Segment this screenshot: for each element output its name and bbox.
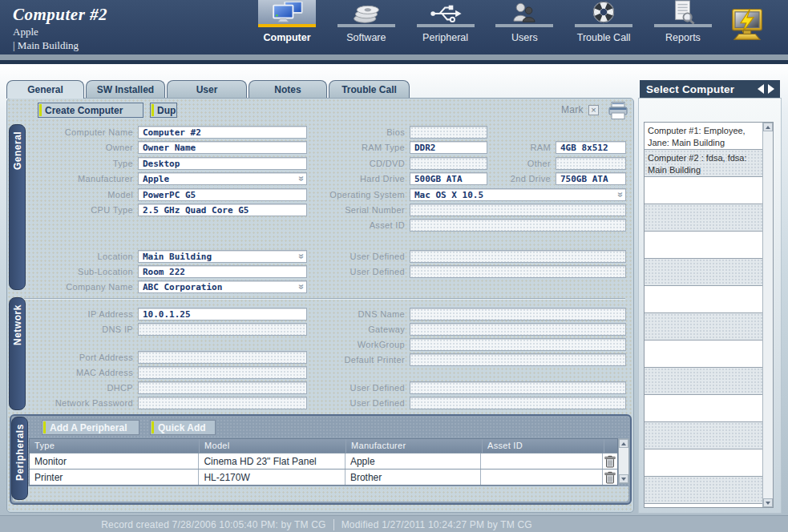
2nd-drive-field[interactable]: 750GB ATA [556,172,626,185]
ip-address-field[interactable]: 10.0.1.25 [138,308,307,320]
default-printer-field[interactable] [410,353,626,366]
print-icon[interactable] [608,101,628,120]
type-field[interactable]: Desktop [138,157,307,170]
reports-icon [654,0,712,24]
section-tab-network[interactable]: Network [9,297,26,410]
cpu-type-field[interactable]: 2.5 GHz Quad Core G5 [138,204,307,216]
computer-list-empty-row [645,449,762,477]
dns-name-field[interactable] [410,308,626,320]
nav-trouble-call-label: Trouble Call [577,32,631,43]
computer-list-item[interactable]: Computer #1: Employee, Jane: Main Buildi… [645,123,762,150]
computer-list-empty-row [645,286,762,313]
model-field[interactable]: PowerPC G5 [138,188,307,201]
nav-trouble-call[interactable]: Trouble Call [575,0,632,53]
nav-underline [337,24,395,27]
record-created-text: Record created 7/28/2006 10:05:40 PM: by… [101,519,325,530]
software-cd-stack-icon [337,0,395,24]
add-peripheral-label: Add A Peripheral [50,422,127,433]
create-computer-button[interactable]: Create Computer [38,103,143,118]
nav-users[interactable]: Users [495,0,553,53]
peripheral-row[interactable]: MonitorCinema HD 23" Flat PanelApple [30,453,617,469]
operating-system-field[interactable]: Mac OS X 10.5« [410,188,626,201]
quick-add-label: Quick Add [158,422,206,433]
record-location: | Main Building [13,39,107,52]
sub-location-value: Room 222 [143,267,303,277]
hard-drive-label: Hard Drive [289,174,405,183]
peripherals-table-scrollbar[interactable] [618,438,629,484]
user-defined-field[interactable] [410,250,626,263]
tab-trouble-call[interactable]: Trouble Call [329,80,410,98]
cell-model: HL-2170W [199,470,346,485]
ram-field[interactable]: 4GB 8x512 [556,141,626,154]
computer-name-field[interactable]: Computer #2 [138,126,307,139]
add-peripheral-button[interactable]: Add A Peripheral [42,420,139,435]
user-defined-field[interactable] [410,265,626,278]
owner-field[interactable]: Owner Name [138,141,307,154]
nav-computer[interactable]: Computer [258,0,316,53]
location-field[interactable]: Main Building« [138,250,307,263]
tab-notes[interactable]: Notes [249,80,327,98]
nav-software[interactable]: Software [337,0,395,53]
delete-peripheral-button[interactable] [603,470,617,485]
serial-number-field[interactable] [410,204,626,216]
dns-ip-field[interactable] [138,323,307,336]
other-field[interactable] [556,157,626,170]
sub-location-field[interactable]: Room 222 [138,265,307,278]
company-name-field[interactable]: ABC Corporation« [138,280,307,293]
scroll-up-icon[interactable] [619,439,628,448]
port-address-field[interactable] [138,351,307,364]
2nd-drive-label: 2nd Drive [435,174,551,183]
tab-general[interactable]: General [6,80,84,99]
bios-field[interactable] [410,126,487,139]
section-tab-peripherals[interactable]: Peripherals [11,417,28,500]
manufacturer-field[interactable]: Apple« [138,172,307,185]
port-address-label: Port Address [18,353,133,362]
status-divider [333,519,334,530]
mark-checkbox-x-icon[interactable]: × [588,105,599,115]
computer-list-scrollbar[interactable] [762,123,773,507]
peripheral-row[interactable]: PrinterHL-2170WBrother [30,469,617,485]
scroll-down-icon[interactable] [763,498,773,507]
workgroup-field[interactable] [410,338,626,351]
asset-id-field[interactable] [410,219,626,232]
dup-button[interactable]: Dup [150,103,177,118]
tab-sw-installed[interactable]: SW Installed [86,80,165,98]
network-password-field[interactable] [138,397,307,409]
nav-underline [417,24,475,27]
nav-software-label: Software [346,32,386,43]
user-defined-field[interactable] [410,397,626,409]
nav-reports[interactable]: Reports [654,0,712,53]
scroll-up-icon[interactable] [763,123,773,131]
computer-name-value: Computer #2 [143,127,303,138]
user-defined-label: User Defined [289,252,405,261]
operating-system-value: Mac OS X 10.5 [414,190,622,200]
main-nav: Computer Software [258,0,712,53]
user-defined-field[interactable] [410,381,626,394]
prev-record-icon[interactable] [757,83,765,95]
quick-add-computer-lightning-icon[interactable] [729,6,766,43]
ram-type-label: RAM Type [289,143,405,152]
type-value: Desktop [143,159,303,169]
mac-address-field[interactable] [138,366,307,379]
quick-add-button[interactable]: Quick Add [150,420,216,435]
peripheral-usb-icon [417,0,475,24]
column-header-type: Type [30,439,200,453]
ram-value: 4GB 8x512 [560,143,622,153]
model-value: PowerPC G5 [143,190,303,200]
dhcp-field[interactable] [138,381,307,394]
section-tab-general[interactable]: General [9,124,26,290]
delete-peripheral-button[interactable] [603,453,617,469]
gateway-field[interactable] [410,323,626,336]
next-record-icon[interactable] [767,83,775,95]
scroll-down-icon[interactable] [619,474,628,483]
nav-active-underline [258,24,316,27]
owner-value: Owner Name [143,143,303,153]
record-title-block: Computer #2 Apple | Main Building [13,5,107,52]
computer-name-label: Computer Name [18,127,133,137]
cell-asset-id [481,470,603,485]
location-value: Main Building [143,252,303,262]
nav-peripheral[interactable]: Peripheral [417,0,475,53]
computer-list-item[interactable]: Computer #2 : fdsa, fdsa: Main Building [645,150,762,177]
tab-user[interactable]: User [167,80,247,98]
location-label: Location [18,252,133,261]
